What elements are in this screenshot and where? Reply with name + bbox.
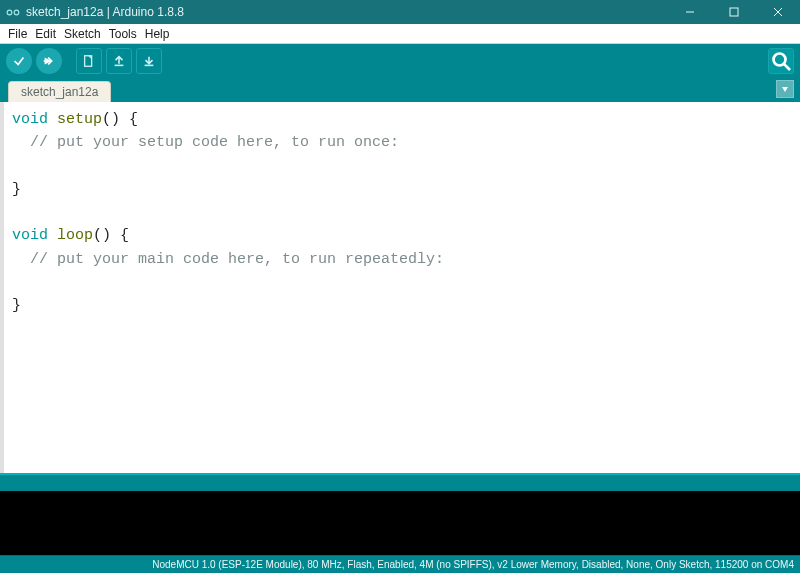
- code-line: void setup() {: [12, 108, 792, 131]
- verify-button[interactable]: [6, 48, 32, 74]
- toolbar: [0, 44, 800, 78]
- window-controls: [668, 0, 800, 24]
- svg-point-1: [14, 10, 19, 15]
- code-line: }: [12, 178, 792, 201]
- svg-line-12: [784, 64, 790, 70]
- serial-monitor-button[interactable]: [768, 48, 794, 74]
- console-output[interactable]: [0, 491, 800, 555]
- svg-point-0: [7, 10, 12, 15]
- code-line: [12, 155, 792, 178]
- window-title: sketch_jan12a | Arduino 1.8.8: [26, 5, 668, 19]
- tab-label: sketch_jan12a: [21, 85, 98, 99]
- svg-rect-3: [730, 8, 738, 16]
- code-line: }: [12, 294, 792, 317]
- close-button[interactable]: [756, 0, 800, 24]
- menu-file[interactable]: File: [4, 27, 31, 41]
- menu-bar: File Edit Sketch Tools Help: [0, 24, 800, 44]
- status-bar: NodeMCU 1.0 (ESP-12E Module), 80 MHz, Fl…: [0, 555, 800, 573]
- status-text: NodeMCU 1.0 (ESP-12E Module), 80 MHz, Fl…: [152, 559, 794, 570]
- code-line: // put your main code here, to run repea…: [12, 248, 792, 271]
- menu-tools[interactable]: Tools: [105, 27, 141, 41]
- tab-menu-button[interactable]: [776, 80, 794, 98]
- code-line: void loop() {: [12, 224, 792, 247]
- tab-sketch[interactable]: sketch_jan12a: [8, 81, 111, 102]
- upload-button[interactable]: [36, 48, 62, 74]
- code-line: [12, 271, 792, 294]
- menu-sketch[interactable]: Sketch: [60, 27, 105, 41]
- open-button[interactable]: [106, 48, 132, 74]
- code-line: // put your setup code here, to run once…: [12, 131, 792, 154]
- arduino-logo-icon: [6, 5, 20, 19]
- menu-edit[interactable]: Edit: [31, 27, 60, 41]
- save-button[interactable]: [136, 48, 162, 74]
- menu-help[interactable]: Help: [141, 27, 174, 41]
- title-bar: sketch_jan12a | Arduino 1.8.8: [0, 0, 800, 24]
- svg-marker-13: [782, 87, 788, 92]
- minimize-button[interactable]: [668, 0, 712, 24]
- tab-row: sketch_jan12a: [0, 78, 800, 102]
- console-divider[interactable]: [0, 473, 800, 491]
- maximize-button[interactable]: [712, 0, 756, 24]
- code-line: [12, 201, 792, 224]
- new-button[interactable]: [76, 48, 102, 74]
- svg-point-11: [774, 54, 786, 66]
- code-editor[interactable]: void setup() { // put your setup code he…: [0, 102, 800, 473]
